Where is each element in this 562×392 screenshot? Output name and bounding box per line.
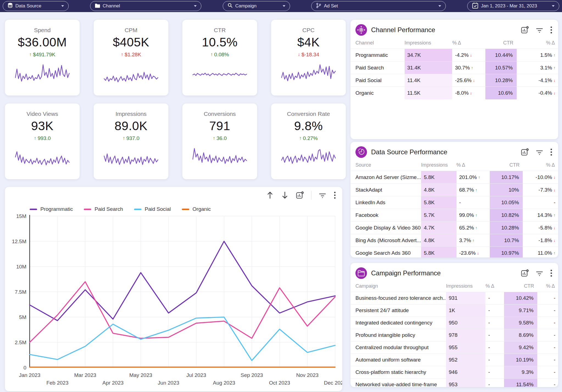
table-row[interactable]: Programmatic34.7K-4.2%↓10.44%1.5%↑ xyxy=(350,49,558,61)
menu-icon[interactable] xyxy=(550,26,553,34)
pct-delta-cell: - xyxy=(537,366,558,379)
pct-value: 99.0% xyxy=(459,212,474,218)
ctr-cell: 10.28% xyxy=(490,222,523,234)
kpi-delta-value: $-18.34 xyxy=(302,52,319,58)
filter-channel[interactable]: Channel xyxy=(90,1,201,11)
pct-delta-cell: - xyxy=(485,292,504,304)
channel-network-icon xyxy=(355,24,367,36)
filter-icon[interactable] xyxy=(536,270,543,277)
column-header: % Δ xyxy=(537,282,558,292)
menu-icon[interactable] xyxy=(550,148,553,156)
table-row[interactable]: Paid Search31.4K30.7%↑10.57%3.1%↑ xyxy=(350,61,558,74)
folder-icon xyxy=(95,3,100,9)
table-row[interactable]: StackAdapt4.8K68.7%↑10%-7.3%↓ xyxy=(350,184,558,196)
pct-delta-cell: - xyxy=(457,196,490,209)
pct-delta-cell: 30.7%↑ xyxy=(452,61,485,74)
table-row[interactable]: Business-focused zero tolerance arch...9… xyxy=(350,292,558,304)
pct-value: - xyxy=(554,332,555,338)
filter-icon[interactable] xyxy=(536,26,543,33)
table-row[interactable]: Integrated dedicated contingency950-9.58… xyxy=(350,317,558,329)
table-row[interactable]: Facebook5.7K99.0%↑10.82%14.3%↑ xyxy=(350,209,558,222)
table-row[interactable]: Automated uniform software952-10.19%- xyxy=(350,354,558,366)
filter-ad-set[interactable]: Ad Set xyxy=(311,1,446,11)
filter-icon[interactable] xyxy=(319,192,326,199)
table-row[interactable]: Bing Ads (Microsoft Advert...4.8K3.7%↑10… xyxy=(350,234,558,247)
legend-label: Organic xyxy=(193,206,211,212)
arrow-up-icon: ↑ xyxy=(34,136,36,141)
impressions-cell: 34.7K xyxy=(405,49,452,61)
filter-data-source[interactable]: Data Source xyxy=(3,1,69,11)
chart-settings-icon[interactable] xyxy=(521,148,529,156)
pct-delta-cell: - xyxy=(537,379,558,387)
scroll-down-icon[interactable] xyxy=(281,191,289,199)
chart-settings-icon[interactable] xyxy=(521,269,529,277)
chart-settings-icon[interactable] xyxy=(296,191,304,199)
table-row[interactable]: Amazon Ad Server (Sizme...5.8K201.0%↑10.… xyxy=(350,171,558,184)
chart-settings-icon[interactable] xyxy=(521,26,529,34)
pct-delta-cell: - xyxy=(485,304,504,317)
table-row[interactable]: Google Display & Video 3604.7K65.2%↑10.2… xyxy=(350,222,558,234)
kpi-sparkline xyxy=(280,61,336,87)
pct-value: - xyxy=(554,295,555,301)
table-row[interactable]: Networked value-added time-frame953-11.5… xyxy=(350,379,558,387)
ctr-cell: 10.28% xyxy=(485,74,516,87)
pct-value: 14.3% xyxy=(537,212,552,218)
kpi-card-impressions: Impressions89.0K↑937.0 xyxy=(94,103,168,179)
kpi-value: 791 xyxy=(182,119,257,133)
table-row[interactable]: Cross-platform static hierarchy946-9.3%- xyxy=(350,366,558,379)
campaign-folder-icon xyxy=(355,267,367,279)
pct-value: - xyxy=(488,320,490,326)
pct-delta-cell: -4.1%↓ xyxy=(517,74,558,87)
column-header: Impressions xyxy=(446,282,486,292)
arrow-up-icon: ↑ xyxy=(475,226,477,230)
kpi-title: CPM xyxy=(94,27,168,33)
table-row[interactable]: Persistent 24/7 attitude1K-9.71%- xyxy=(350,304,558,317)
column-header: CTR xyxy=(504,282,537,292)
pct-value: 65.2% xyxy=(459,225,474,231)
filter-campaign[interactable]: Campaign xyxy=(223,1,290,11)
table-row[interactable]: Profound intangible policy978-8.69%- xyxy=(350,329,558,341)
pct-delta-cell: 201.0%↑ xyxy=(457,171,490,184)
legend-item-programmatic[interactable]: Programmatic xyxy=(30,206,73,212)
pct-delta-cell: -23.6%↓ xyxy=(457,247,490,258)
impressions-trend-chart-card: ProgrammaticPaid SearchPaid SocialOrgani… xyxy=(5,187,342,391)
pct-delta-cell: -10.0%↓ xyxy=(523,171,558,184)
pct-value: -4.2% xyxy=(455,52,469,58)
arrow-down-icon: ↓ xyxy=(298,52,300,57)
date-range-label: Jan 1, 2023 - Mar 31, 2023 xyxy=(481,3,547,9)
legend-item-organic[interactable]: Organic xyxy=(182,206,211,212)
table-row[interactable]: Centralized modular throughput955-9.42%- xyxy=(350,341,558,354)
row-name: Cross-platform static hierarchy xyxy=(350,366,446,379)
filter-icon[interactable] xyxy=(536,149,543,156)
table-row[interactable]: Organic11.5K-8.0%↓10.6%-0.4%↓ xyxy=(350,87,558,99)
pct-delta-cell: - xyxy=(485,341,504,354)
date-range-picker[interactable]: Jan 1, 2023 - Mar 31, 2023 xyxy=(467,1,559,11)
table-row[interactable]: Google Search Ads 3605.8K-23.6%↓10.97%11… xyxy=(350,247,558,258)
pct-delta-cell: - xyxy=(537,329,558,341)
chevron-down-icon xyxy=(438,5,441,7)
table-header-row: SourceImpressions% ΔCTR% Δ xyxy=(350,161,558,171)
svg-text:Aug 2023: Aug 2023 xyxy=(213,380,235,386)
svg-text:Dec 2023: Dec 2023 xyxy=(324,380,342,386)
legend-item-paid-search[interactable]: Paid Search xyxy=(84,206,123,212)
pct-value: -23.6% xyxy=(459,250,476,256)
column-header: Campaign xyxy=(350,282,446,292)
pct-value: - xyxy=(554,345,555,351)
ctr-cell: 10.05% xyxy=(490,196,523,209)
arrow-down-icon: ↓ xyxy=(553,175,555,180)
legend-item-paid-social[interactable]: Paid Social xyxy=(134,206,171,212)
scroll-up-icon[interactable] xyxy=(266,191,274,199)
table-row[interactable]: LinkedIn Ads5.8K-10.05%- xyxy=(350,196,558,209)
pct-delta-cell: 3.7%↑ xyxy=(457,234,490,247)
legend-swatch xyxy=(182,209,189,210)
menu-icon[interactable] xyxy=(333,191,336,199)
kpi-delta: ↑937.0 xyxy=(94,135,168,141)
database-icon xyxy=(7,3,13,10)
pct-delta-cell: - xyxy=(485,329,504,341)
row-name: Organic xyxy=(350,87,405,99)
arrow-down-icon: ↓ xyxy=(477,251,479,255)
ctr-cell: 9.3% xyxy=(504,366,537,379)
menu-icon[interactable] xyxy=(550,269,553,277)
table-row[interactable]: Paid Social11.4K-25.6%↓10.28%-4.1%↓ xyxy=(350,74,558,87)
kpi-card-conversions: Conversions791↑36.0 xyxy=(182,103,257,179)
